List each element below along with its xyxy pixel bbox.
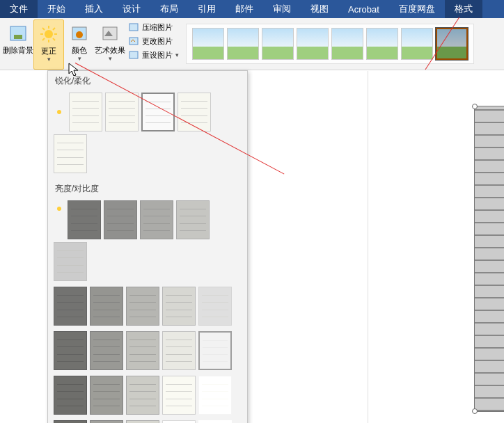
menu-references[interactable]: 引用 xyxy=(188,0,226,18)
svg-line-8 xyxy=(53,38,55,40)
menu-acrobat[interactable]: Acrobat xyxy=(338,0,389,18)
menu-baidu[interactable]: 百度网盘 xyxy=(389,0,445,18)
brightness-thumb[interactable] xyxy=(198,420,232,423)
sharpen-thumb[interactable] xyxy=(54,134,87,173)
menu-layout[interactable]: 布局 xyxy=(150,0,188,18)
svg-point-2 xyxy=(45,30,53,38)
picture-ops-group: 压缩图片 更改图片 重设图片 ▾ xyxy=(125,19,182,70)
svg-point-18 xyxy=(57,207,61,211)
brightness-thumb[interactable] xyxy=(162,287,196,326)
artistic-icon xyxy=(99,22,121,45)
brightness-thumb[interactable] xyxy=(126,420,159,423)
brightness-thumb[interactable] xyxy=(140,200,173,239)
brightness-thumb[interactable] xyxy=(54,376,87,415)
compress-icon xyxy=(128,22,139,33)
reset-icon xyxy=(128,49,139,61)
svg-rect-16 xyxy=(129,51,138,58)
compress-picture-button[interactable]: 压缩图片 xyxy=(125,21,182,33)
compress-label: 压缩图片 xyxy=(142,22,173,33)
sharpen-grid xyxy=(48,90,247,179)
svg-rect-14 xyxy=(129,24,138,31)
sharpen-thumb[interactable] xyxy=(105,93,139,131)
svg-point-17 xyxy=(57,110,61,114)
brightness-thumb[interactable] xyxy=(90,287,123,326)
change-picture-button[interactable]: 更改图片 xyxy=(125,35,182,47)
brightness-thumb[interactable] xyxy=(126,331,159,370)
sharpen-thumb[interactable] xyxy=(69,93,102,131)
brightness-thumb[interactable] xyxy=(54,331,87,370)
picture-style-item[interactable] xyxy=(401,28,433,60)
svg-rect-15 xyxy=(129,38,138,45)
brightness-thumb[interactable] xyxy=(126,376,159,415)
chevron-down-icon: ▾ xyxy=(175,51,179,58)
reset-label: 重设图片 xyxy=(142,50,173,61)
change-label: 更改图片 xyxy=(142,36,173,47)
color-icon xyxy=(68,22,90,45)
svg-line-7 xyxy=(42,28,45,30)
brightness-thumb[interactable] xyxy=(162,420,196,423)
brightness-thumb[interactable] xyxy=(90,331,123,370)
menu-start[interactable]: 开始 xyxy=(38,0,75,18)
brightness-thumb[interactable] xyxy=(176,200,210,239)
brightness-thumb[interactable] xyxy=(162,331,196,370)
remove-background-label: 删除背景 xyxy=(3,46,33,55)
svg-line-10 xyxy=(53,28,55,30)
sharpen-thumb[interactable] xyxy=(141,93,175,131)
picture-style-item[interactable] xyxy=(227,28,259,60)
brightness-thumb[interactable] xyxy=(126,287,159,326)
menu-review[interactable]: 审阅 xyxy=(263,0,301,18)
picture-style-item[interactable] xyxy=(331,28,363,60)
svg-point-12 xyxy=(76,31,83,38)
brightness-contrast-header: 亮度/对比度 xyxy=(48,179,247,198)
picture-style-item[interactable] xyxy=(366,28,398,60)
chevron-down-icon: ▾ xyxy=(109,55,112,62)
brightness-thumb[interactable] xyxy=(162,376,196,415)
sharpen-soften-header: 锐化/柔化 xyxy=(48,71,247,90)
remove-background-button[interactable]: 删除背景 xyxy=(3,19,33,70)
sun-small-icon xyxy=(54,203,65,214)
brightness-thumb[interactable] xyxy=(198,376,232,415)
brightness-thumb[interactable] xyxy=(198,331,232,370)
resize-handle[interactable] xyxy=(472,408,478,414)
menu-file[interactable]: 文件 xyxy=(0,0,38,18)
menu-view[interactable]: 视图 xyxy=(301,0,338,18)
picture-style-item[interactable] xyxy=(262,28,294,60)
menubar: 文件 开始 插入 设计 布局 引用 邮件 审阅 视图 Acrobat 百度网盘 … xyxy=(0,0,504,18)
picture-style-item[interactable] xyxy=(297,28,329,60)
selected-image[interactable] xyxy=(474,106,504,412)
menu-insert[interactable]: 插入 xyxy=(75,0,113,18)
artistic-effects-button[interactable]: 艺术效果 ▾ xyxy=(95,19,125,70)
page xyxy=(368,71,504,423)
color-label: 颜色 xyxy=(72,46,87,55)
sun-small-icon xyxy=(54,106,65,118)
menu-design[interactable]: 设计 xyxy=(113,0,150,18)
color-button[interactable]: 颜色 ▾ xyxy=(64,19,95,70)
brightness-thumb[interactable] xyxy=(54,242,87,281)
corrections-dropdown: 锐化/柔化 亮度/对比度 图片更正选项(C)... xyxy=(47,70,248,423)
chevron-down-icon: ▾ xyxy=(78,55,81,62)
corrections-label: 更正 xyxy=(41,47,56,56)
svg-line-9 xyxy=(42,38,45,40)
picture-style-gallery[interactable] xyxy=(186,24,474,64)
brightness-thumb[interactable] xyxy=(104,200,137,239)
brightness-thumb[interactable] xyxy=(198,287,232,326)
reset-picture-button[interactable]: 重设图片 ▾ xyxy=(125,49,182,61)
brightness-thumb[interactable] xyxy=(54,420,87,423)
brightness-thumb[interactable] xyxy=(90,420,123,423)
svg-rect-1 xyxy=(14,35,22,39)
chevron-down-icon: ▾ xyxy=(47,56,51,63)
change-icon xyxy=(128,35,139,47)
brightness-thumb[interactable] xyxy=(90,376,123,415)
remove-background-icon xyxy=(7,22,29,45)
brightness-grid xyxy=(48,198,247,423)
sun-icon xyxy=(38,23,60,45)
artistic-label: 艺术效果 xyxy=(95,46,125,55)
menu-format[interactable]: 格式 xyxy=(445,0,482,18)
corrections-button[interactable]: 更正 ▾ xyxy=(33,19,64,70)
brightness-thumb[interactable] xyxy=(68,200,101,239)
picture-style-item[interactable] xyxy=(192,28,224,60)
menu-mail[interactable]: 邮件 xyxy=(226,0,263,18)
resize-handle[interactable] xyxy=(472,104,478,109)
brightness-thumb[interactable] xyxy=(54,287,87,326)
